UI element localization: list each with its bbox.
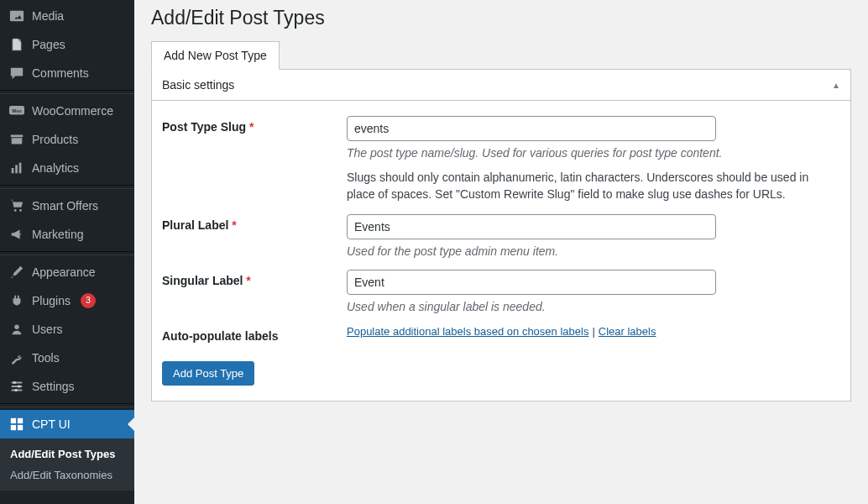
plugin-update-badge: 3 [81,293,96,308]
sidebar-item-woocommerce[interactable]: Woo WooCommerce [0,97,134,125]
sidebar-item-label: Users [32,323,63,336]
comments-icon [8,65,25,81]
svg-rect-13 [18,418,23,423]
sidebar-item-plugins[interactable]: Plugins 3 [0,286,134,315]
input-post-type-slug[interactable] [347,116,716,141]
sidebar-item-media[interactable]: Media [0,2,134,30]
sidebar-item-label: Analytics [32,161,79,175]
plug-icon [8,292,25,309]
menu-separator [0,251,134,255]
cart-icon [8,197,25,214]
sidebar-item-cpt-ui[interactable]: CPT UI [0,410,134,438]
hint-singular-label: Used when a singular label is needed. [347,300,840,313]
sidebar-item-label: Comments [32,66,89,80]
admin-sidebar: Media Pages Comments Woo WooCommerce Pro… [0,0,134,504]
add-post-type-button[interactable]: Add Post Type [162,361,254,386]
sidebar-item-smart-offers[interactable]: Smart Offers [0,192,134,220]
svg-point-9 [13,381,17,385]
input-singular-label[interactable] [347,270,716,295]
svg-point-10 [18,385,21,388]
required-marker: * [232,218,236,232]
svg-rect-14 [11,425,16,430]
archive-icon [8,131,25,148]
svg-rect-3 [12,168,14,173]
panel-title: Basic settings [162,78,234,92]
svg-rect-12 [11,418,16,423]
note-post-type-slug: Slugs should only contain alphanumeric, … [347,170,834,202]
sidebar-item-label: Settings [32,380,75,393]
sidebar-item-label: CPT UI [32,417,71,431]
sliders-icon [8,378,25,395]
sidebar-item-users[interactable]: Users [0,315,134,344]
hint-post-type-slug: The post type name/slug. Used for variou… [347,146,840,160]
svg-point-6 [14,209,17,212]
sidebar-item-label: Smart Offers [32,199,98,213]
sidebar-item-settings[interactable]: Settings [0,372,134,401]
megaphone-icon [8,226,25,243]
required-marker: * [249,120,254,134]
sidebar-item-label: Products [32,133,78,146]
sidebar-item-products[interactable]: Products [0,125,134,154]
cpt-ui-submenu: Add/Edit Post Types Add/Edit Taxonomies [0,438,134,491]
sidebar-item-label: Plugins [32,294,71,307]
label-post-type-slug: Post Type Slug * [162,116,347,202]
media-icon [8,8,25,24]
sidebar-item-label: Appearance [32,265,96,279]
svg-rect-0 [13,39,21,50]
panel-header-basic-settings[interactable]: Basic settings ▲ [152,70,850,101]
svg-rect-4 [15,165,18,173]
label-singular: Singular Label * [162,270,347,313]
user-icon [8,321,25,338]
basic-settings-panel: Basic settings ▲ Post Type Slug * The po… [151,70,851,402]
svg-rect-5 [19,163,22,174]
link-separator: | [588,325,598,338]
svg-rect-15 [18,425,23,430]
tab-bar: Add New Post Type [151,41,851,70]
svg-point-11 [14,389,18,392]
wrench-icon [8,349,25,366]
sidebar-item-label: WooCommerce [32,104,113,118]
row-singular-label: Singular Label * Used when a singular la… [162,270,840,313]
row-plural-label: Plural Label * Used for the post type ad… [162,214,840,258]
panel-body: Post Type Slug * The post type name/slug… [152,101,850,401]
svg-text:Woo: Woo [12,108,21,113]
sidebar-item-tools[interactable]: Tools [0,344,134,372]
svg-point-8 [14,325,18,329]
cpt-ui-icon [8,416,25,433]
link-clear-labels[interactable]: Clear labels [599,325,656,338]
submenu-add-edit-post-types[interactable]: Add/Edit Post Types [0,444,134,465]
svg-point-7 [19,209,22,212]
woocommerce-icon: Woo [8,102,25,119]
sidebar-item-appearance[interactable]: Appearance [0,258,134,286]
sidebar-item-label: Marketing [32,228,83,241]
menu-separator [0,185,134,189]
menu-separator [0,403,134,407]
sidebar-item-marketing[interactable]: Marketing [0,220,134,249]
chart-bar-icon [8,160,25,176]
sidebar-item-pages[interactable]: Pages [0,30,134,59]
collapse-icon: ▲ [832,81,840,90]
row-auto-populate: Auto-populate labels Populate additional… [162,325,840,343]
sidebar-item-label: Media [32,9,64,23]
sidebar-item-label: Pages [32,38,65,51]
page-title: Add/Edit Post Types [151,7,851,29]
menu-separator [0,90,134,94]
link-populate-labels[interactable]: Populate additional labels based on chos… [347,325,588,338]
label-auto-populate: Auto-populate labels [162,325,347,343]
submenu-add-edit-taxonomies[interactable]: Add/Edit Taxonomies [0,465,134,486]
brush-icon [8,264,25,281]
sidebar-item-analytics[interactable]: Analytics [0,154,134,182]
row-post-type-slug: Post Type Slug * The post type name/slug… [162,116,840,202]
required-marker: * [246,274,250,287]
input-plural-label[interactable] [347,214,716,239]
sidebar-item-comments[interactable]: Comments [0,59,134,87]
main-content: Add/Edit Post Types Add New Post Type Ba… [134,0,868,504]
label-plural: Plural Label * [162,214,347,258]
sidebar-item-label: Tools [32,351,60,365]
hint-plural-label: Used for the post type admin menu item. [347,244,840,258]
tab-add-new-post-type[interactable]: Add New Post Type [151,41,280,70]
pages-icon [8,36,25,53]
